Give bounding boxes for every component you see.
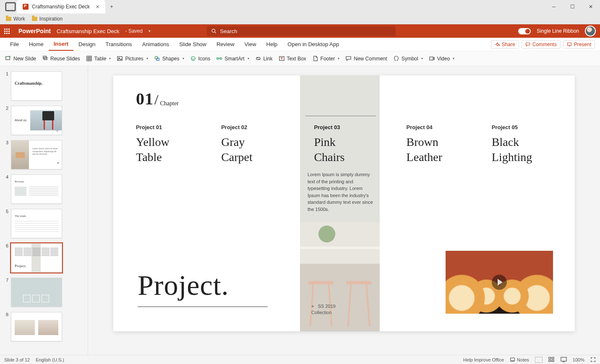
search-bar[interactable] bbox=[207, 26, 396, 36]
cmd-shapes[interactable]: Shapes▾ bbox=[154, 55, 184, 62]
svg-rect-22 bbox=[549, 360, 551, 361]
cmd-smartart[interactable]: SmartArt▾ bbox=[216, 55, 249, 62]
window-close-button[interactable]: ✕ bbox=[582, 0, 600, 13]
app-launcher-icon[interactable] bbox=[4, 29, 13, 34]
ribbon-tabs: File Home Insert Design Transitions Anim… bbox=[0, 38, 600, 51]
project-02[interactable]: Project 02 GrayCarpet bbox=[221, 124, 306, 165]
slide-thumbnail[interactable] bbox=[11, 278, 62, 307]
help-improve-button[interactable]: Help Improve Office bbox=[463, 357, 504, 362]
powerpoint-icon bbox=[23, 4, 29, 10]
tab-help[interactable]: Help bbox=[261, 38, 283, 51]
search-input[interactable] bbox=[220, 28, 391, 34]
tab-title: Craftsmanship Exec Deck bbox=[32, 4, 90, 10]
thumb-number: 1 bbox=[4, 71, 8, 76]
slide-thumbnail[interactable] bbox=[11, 312, 62, 341]
window-maximize-button[interactable]: ☐ bbox=[563, 0, 582, 13]
slide-canvas-area[interactable]: 01 / Chapter Project 01 YellowTable Proj… bbox=[88, 66, 600, 355]
bookmarks-bar: Work Inspiration bbox=[0, 13, 600, 24]
chapter-heading[interactable]: 01 / Chapter bbox=[136, 89, 179, 109]
svg-point-13 bbox=[192, 58, 193, 58]
slide-thumbnail[interactable]: The team. bbox=[11, 209, 62, 238]
collection-caption[interactable]: SS 2019 Collection bbox=[311, 303, 336, 315]
slide-thumbnail[interactable]: Craftsmanship. bbox=[11, 71, 62, 101]
tab-view[interactable]: View bbox=[240, 38, 261, 51]
status-slide-info: Slide 3 of 12 bbox=[4, 357, 30, 362]
folder-icon bbox=[6, 17, 11, 21]
svg-rect-15 bbox=[217, 58, 219, 60]
user-avatar[interactable] bbox=[585, 26, 596, 36]
slide-thumbnails-panel[interactable]: 1 Craftsmanship. 2 About us. → 3 Lore bbox=[0, 66, 88, 355]
svg-point-10 bbox=[155, 56, 158, 59]
single-line-ribbon-toggle[interactable] bbox=[518, 28, 531, 34]
project-04[interactable]: Project 04 BrownLeather bbox=[392, 124, 477, 165]
slide-thumbnail[interactable]: About us. → bbox=[11, 106, 62, 135]
notes-icon bbox=[510, 357, 515, 362]
bookmark-work[interactable]: Work bbox=[6, 16, 25, 22]
thumb-number: 7 bbox=[4, 278, 8, 283]
play-icon[interactable] bbox=[492, 275, 507, 290]
project-description[interactable]: Lorem Ipsum is simply dummy text of the … bbox=[308, 171, 375, 213]
tab-design[interactable]: Design bbox=[73, 38, 100, 51]
link-icon bbox=[255, 55, 261, 62]
cmd-link[interactable]: Link bbox=[255, 55, 273, 62]
comment-icon bbox=[345, 55, 352, 62]
cmd-new-slide[interactable]: New Slide bbox=[5, 55, 36, 62]
cmd-reuse-slides[interactable]: Reuse Slides bbox=[42, 55, 80, 62]
browser-tab[interactable]: Craftsmanship Exec Deck ✕ bbox=[17, 0, 105, 13]
zoom-level[interactable]: 100% bbox=[573, 357, 584, 362]
pictures-icon bbox=[117, 55, 123, 62]
slide-thumbnail[interactable]: Process. bbox=[11, 174, 62, 204]
footer-icon bbox=[312, 55, 318, 62]
tab-file[interactable]: File bbox=[5, 38, 24, 51]
cmd-pictures[interactable]: Pictures▾ bbox=[117, 55, 148, 62]
tab-animations[interactable]: Animations bbox=[137, 38, 174, 51]
notes-button[interactable]: Notes bbox=[510, 357, 529, 362]
icons-icon bbox=[190, 55, 196, 62]
slide-canvas[interactable]: 01 / Chapter Project 01 YellowTable Proj… bbox=[113, 75, 575, 331]
fit-to-window-button[interactable] bbox=[590, 357, 596, 362]
workspace: 1 Craftsmanship. 2 About us. → 3 Lore bbox=[0, 66, 600, 355]
tab-transitions[interactable]: Transitions bbox=[101, 38, 137, 51]
chevron-down-icon: ▾ bbox=[109, 57, 111, 60]
bookmark-inspiration[interactable]: Inspiration bbox=[32, 16, 63, 22]
slide-big-title[interactable]: Project. bbox=[138, 269, 229, 302]
cmd-video[interactable]: Video▾ bbox=[429, 55, 454, 62]
browser-menu-icon[interactable] bbox=[4, 0, 17, 13]
tab-slide-show[interactable]: Slide Show bbox=[174, 38, 211, 51]
share-button[interactable]: Share bbox=[491, 40, 519, 49]
new-tab-button[interactable]: + bbox=[105, 0, 118, 13]
cmd-new-comment[interactable]: New Comment bbox=[345, 55, 387, 62]
slide-video-placeholder[interactable] bbox=[446, 251, 553, 314]
project-01[interactable]: Project 01 YellowTable bbox=[136, 124, 221, 165]
close-tab-icon[interactable]: ✕ bbox=[96, 4, 99, 10]
thumb-number: 2 bbox=[4, 106, 8, 111]
svg-rect-20 bbox=[549, 357, 551, 359]
svg-rect-18 bbox=[430, 57, 433, 60]
project-05[interactable]: Project 05 BlackLighting bbox=[477, 124, 562, 165]
project-03[interactable]: Project 03 PinkChairs bbox=[306, 124, 391, 165]
cmd-icons[interactable]: Icons bbox=[190, 55, 211, 62]
cmd-text-box[interactable]: Text Box bbox=[279, 55, 306, 62]
view-reading-button[interactable] bbox=[561, 357, 567, 362]
svg-rect-7 bbox=[87, 56, 91, 61]
tab-home[interactable]: Home bbox=[24, 38, 49, 51]
status-language[interactable]: English (U.S.) bbox=[36, 357, 64, 362]
tab-open-desktop[interactable]: Open in Desktop App bbox=[282, 38, 344, 51]
document-name[interactable]: Craftsmanship Exec Deck bbox=[57, 28, 120, 34]
thumb-number: 3 bbox=[4, 140, 8, 145]
cmd-footer[interactable]: Footer▾ bbox=[312, 55, 340, 62]
comments-button[interactable]: Comments bbox=[522, 40, 561, 49]
window-minimize-button[interactable]: ─ bbox=[545, 0, 563, 13]
present-button[interactable]: Present bbox=[563, 40, 595, 49]
slide-thumbnail[interactable]: Lorem ipsum dolor sit amet consectetur a… bbox=[11, 140, 62, 169]
view-normal-button[interactable] bbox=[535, 357, 543, 363]
slide-thumbnail[interactable]: Project. bbox=[11, 243, 62, 273]
chevron-down-icon[interactable]: ▾ bbox=[149, 29, 151, 33]
tab-review[interactable]: Review bbox=[211, 38, 240, 51]
cmd-table[interactable]: Table▾ bbox=[86, 55, 111, 62]
single-line-ribbon-label: Single Line Ribbon bbox=[537, 28, 579, 34]
cmd-symbol[interactable]: Symbol▾ bbox=[393, 55, 423, 62]
view-sorter-button[interactable] bbox=[548, 357, 555, 362]
tab-insert[interactable]: Insert bbox=[49, 38, 73, 51]
chevron-down-icon: ▾ bbox=[338, 57, 339, 60]
